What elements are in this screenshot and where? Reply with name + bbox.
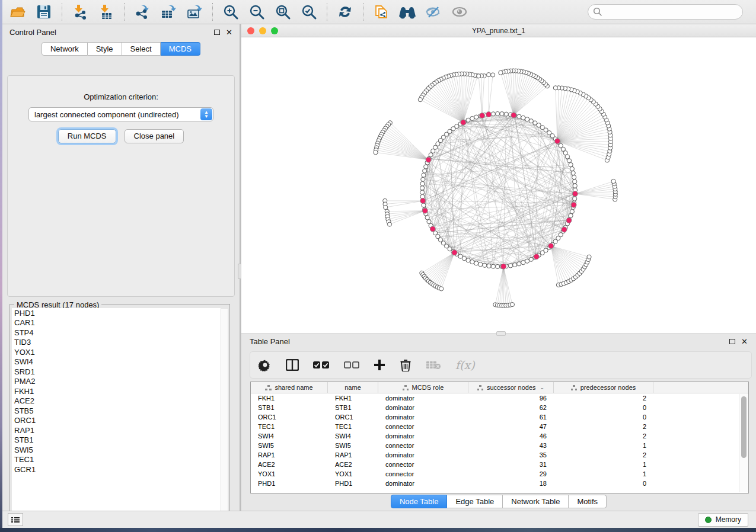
optimization-criterion-select[interactable]: largest connected component (undirected)… xyxy=(28,107,213,121)
table-row[interactable]: PHD1PHD1dominator180 xyxy=(251,479,748,488)
mcds-result-scrollbar[interactable] xyxy=(221,308,228,518)
table-cell: YOX1 xyxy=(328,469,378,479)
mcds-result-item[interactable]: PHD1 xyxy=(12,308,221,318)
tab-edge-table[interactable]: Edge Table xyxy=(447,495,503,508)
select-stepper-icon: ▲▼ xyxy=(200,108,212,120)
table-cell: 1 xyxy=(554,460,653,469)
network-window-title: YPA_prune.txt_1 xyxy=(241,27,756,35)
mcds-result-item[interactable]: YOX1 xyxy=(12,347,221,357)
horizontal-splitter[interactable] xyxy=(496,331,506,336)
binoculars-icon[interactable] xyxy=(397,2,417,21)
tab-network-table[interactable]: Network Table xyxy=(503,495,569,508)
show-all-icon[interactable] xyxy=(449,2,470,21)
node-table: shared namenameMCDS rolesuccessor nodes⌄… xyxy=(250,382,749,493)
zoom-fit-icon[interactable] xyxy=(273,2,293,21)
zoom-in-icon[interactable] xyxy=(221,2,241,21)
hide-selected-icon[interactable] xyxy=(423,2,444,21)
show-column-panel-icon[interactable] xyxy=(286,359,299,371)
zoom-selected-icon[interactable] xyxy=(299,2,319,21)
table-row[interactable]: SWI5SWI5connector431 xyxy=(251,441,748,450)
select-all-rows-icon[interactable] xyxy=(313,361,330,369)
delete-column-icon[interactable] xyxy=(400,358,412,371)
table-settings-gear-icon[interactable] xyxy=(259,358,272,371)
table-scrollbar-thumb[interactable] xyxy=(741,396,747,458)
table-row[interactable]: STB1STB1dominator620 xyxy=(251,403,748,412)
table-cell: 1 xyxy=(554,469,653,479)
table-cell: SWI4 xyxy=(328,431,378,441)
mcds-result-item[interactable]: PMA2 xyxy=(12,377,221,387)
column-header-shared-name[interactable]: shared name xyxy=(251,382,328,393)
mcds-result-item[interactable]: RAP1 xyxy=(12,425,221,435)
table-row[interactable]: ACE2ACE2connector311 xyxy=(251,460,748,469)
import-table-icon[interactable] xyxy=(96,2,116,21)
column-header-name[interactable]: name xyxy=(328,382,378,393)
float-panel-icon[interactable] xyxy=(214,30,220,35)
save-session-icon[interactable] xyxy=(34,2,54,21)
add-column-icon[interactable] xyxy=(374,359,385,371)
table-cell: 1 xyxy=(554,441,653,450)
mcds-result-item[interactable]: FKH1 xyxy=(12,386,221,396)
close-table-panel-icon[interactable]: ✕ xyxy=(741,338,748,345)
function-builder-icon: f(x) xyxy=(455,358,475,371)
mcds-result-item[interactable]: TEC1 xyxy=(12,455,221,465)
optimization-criterion-label: Optimization criterion: xyxy=(8,92,234,101)
table-row[interactable]: ORC1ORC1dominator610 xyxy=(251,412,748,422)
mcds-result-list[interactable]: PHD1CAR1STP4TID3YOX1SWI4SRD1PMA2FKH1ACE2… xyxy=(12,308,221,518)
mcds-result-item[interactable]: SRD1 xyxy=(12,367,221,377)
mcds-result-item[interactable]: SWI4 xyxy=(12,357,221,367)
search-input[interactable] xyxy=(588,4,743,20)
mcds-result-item[interactable]: CAR1 xyxy=(12,318,221,328)
table-row[interactable]: SWI4SWI4dominator462 xyxy=(251,431,748,441)
new-network-from-selection-icon[interactable] xyxy=(371,2,391,21)
close-panel-icon[interactable]: ✕ xyxy=(226,28,232,36)
network-window-titlebar[interactable]: YPA_prune.txt_1 xyxy=(241,24,756,37)
network-canvas[interactable] xyxy=(241,37,756,334)
toolbar-separator xyxy=(212,3,213,21)
mcds-result-item[interactable]: GCR1 xyxy=(12,464,221,475)
table-cell: 0 xyxy=(554,403,653,412)
column-header-successor-nodes[interactable]: successor nodes⌄ xyxy=(468,382,554,393)
mcds-result-item[interactable]: STB5 xyxy=(12,406,221,416)
tab-node-table[interactable]: Node Table xyxy=(391,495,448,508)
table-row[interactable]: YOX1YOX1connector291 xyxy=(251,469,748,479)
table-cell: 46 xyxy=(468,431,554,441)
float-table-panel-icon[interactable] xyxy=(729,339,735,344)
tab-style[interactable]: Style xyxy=(88,42,122,56)
column-header-predecessor-nodes[interactable]: predecessor nodes xyxy=(554,382,653,393)
tab-select[interactable]: Select xyxy=(122,42,161,56)
table-row[interactable]: TEC1TEC1connector472 xyxy=(251,422,748,431)
show-panels-list-button[interactable] xyxy=(8,513,23,526)
table-scrollbar[interactable] xyxy=(739,394,748,492)
mcds-result-item[interactable]: ORC1 xyxy=(12,416,221,426)
table-cell: 29 xyxy=(468,469,554,479)
table-cell: ACE2 xyxy=(251,460,328,469)
mcds-result-item[interactable]: ACE2 xyxy=(12,396,221,406)
export-image-icon[interactable] xyxy=(184,2,205,21)
open-file-icon[interactable] xyxy=(8,2,28,21)
tab-motifs[interactable]: Motifs xyxy=(569,495,607,508)
export-table-icon[interactable] xyxy=(158,2,178,21)
mcds-result-item[interactable]: STB1 xyxy=(12,435,221,446)
refresh-icon[interactable] xyxy=(335,2,355,21)
mcds-result-item[interactable]: TID3 xyxy=(12,338,221,348)
table-cell: FKH1 xyxy=(328,393,378,403)
export-network-icon[interactable] xyxy=(132,2,152,21)
column-header-MCDS-role[interactable]: MCDS role xyxy=(378,382,468,393)
run-mcds-button[interactable]: Run MCDS xyxy=(58,129,116,143)
deselect-all-rows-icon[interactable] xyxy=(344,361,359,368)
zoom-out-icon[interactable] xyxy=(247,2,267,21)
table-row[interactable]: RAP1RAP1dominator352 xyxy=(251,450,748,460)
control-panel-title: Control Panel xyxy=(9,28,56,37)
desktop-wallpaper-bottom-edge xyxy=(0,528,756,532)
import-network-icon[interactable] xyxy=(70,2,90,21)
table-cell: 61 xyxy=(468,412,554,422)
mcds-result-item[interactable]: SWI5 xyxy=(12,445,221,455)
mcds-result-item[interactable]: STP4 xyxy=(12,328,221,338)
table-cell: 31 xyxy=(468,460,554,469)
close-panel-button[interactable]: Close panel xyxy=(125,129,184,143)
main-toolbar xyxy=(0,0,756,24)
table-row[interactable]: FKH1FKH1dominator962 xyxy=(251,393,748,403)
tab-mcds[interactable]: MCDS xyxy=(161,42,200,56)
memory-button[interactable]: Memory xyxy=(698,513,748,527)
tab-network[interactable]: Network xyxy=(42,42,88,56)
